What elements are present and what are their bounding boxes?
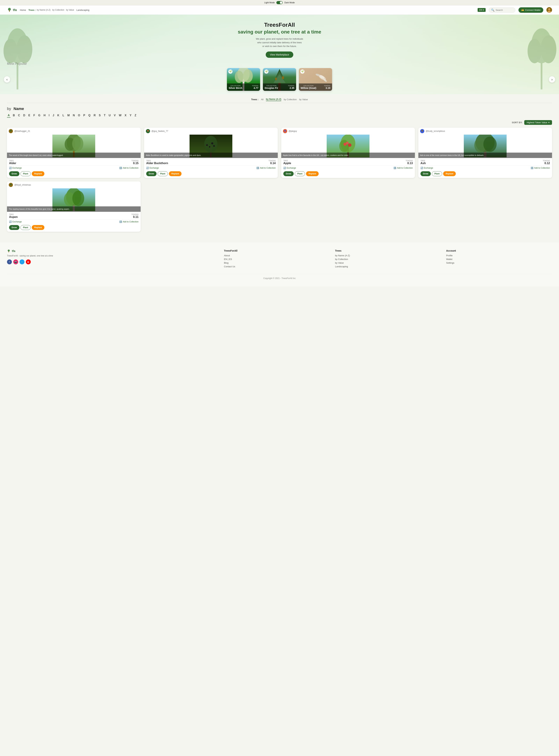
nav-landscaping[interactable]: Landscaping [76,9,89,11]
alpha-r[interactable]: R [93,114,96,118]
add-collection-action[interactable]: ℹ️ Add to Collection [394,167,413,169]
footer-by-name[interactable]: by Name (A-Z) [335,254,441,257]
footer-by-collection[interactable]: by Collection [335,258,441,260]
plant-button[interactable]: Plant [295,171,305,176]
exchange-action[interactable]: 🔄 Exchange [146,167,159,169]
replant-button[interactable]: Replant [169,171,181,176]
alpha-b[interactable]: B [12,114,16,118]
carousel-card-info: COLLECTION Silver Birch TOKENS 4.77 [227,84,260,91]
add-collection-action[interactable]: ℹ️ Add to Collection [119,167,138,169]
grow-button[interactable]: Grow [9,171,19,176]
replant-button[interactable]: Replant [306,171,319,176]
plant-button[interactable]: Plant [20,171,31,176]
alpha-l[interactable]: L [62,114,65,118]
alpha-w[interactable]: W [118,114,122,118]
user-avatar[interactable] [546,7,552,13]
facebook-icon[interactable]: f [7,259,12,264]
logo[interactable]: tfa [7,7,17,13]
alpha-a[interactable]: A [7,114,10,118]
instagram-icon[interactable]: 📷 [13,259,18,264]
filter-by-collection[interactable]: by Collection [284,98,297,101]
replant-button[interactable]: Replant [32,171,44,176]
plant-button[interactable]: Plant [158,171,168,176]
nav-home[interactable]: Home [20,9,26,11]
add-collection-action[interactable]: ℹ️ Add to Collection [256,167,276,169]
alpha-y[interactable]: Y [129,114,132,118]
alpha-o[interactable]: O [77,114,81,118]
replant-button[interactable]: Replant [443,171,456,176]
youtube-icon[interactable]: ▶ [26,259,31,264]
alpha-i[interactable]: I [48,114,50,118]
footer-settings[interactable]: Settings [446,262,552,264]
alpha-k[interactable]: K [57,114,60,118]
alpha-q[interactable]: Q [88,114,91,118]
alpha-t[interactable]: T [103,114,106,118]
grow-button[interactable]: Grow [283,171,294,176]
card-meta: TREE Ash TOKENS 0.12 [421,160,550,165]
alpha-c[interactable]: C [17,114,21,118]
search-input[interactable] [496,9,513,11]
alpha-u[interactable]: U [108,114,111,118]
alpha-p[interactable]: P [83,114,86,118]
alpha-n[interactable]: N [72,114,76,118]
alpha-z[interactable]: Z [134,114,137,118]
footer-blog[interactable]: Blog [224,262,330,264]
filter-by-value[interactable]: by Value [299,98,308,101]
carousel-card-silver-birch[interactable]: 🌱 COLLECTION Silver Birch TOKENS 4.77 [227,68,260,91]
replant-button[interactable]: Replant [32,225,44,230]
svg-point-39 [147,130,149,132]
sort-select[interactable]: Highest Token Value ▾ [524,120,552,125]
exchange-action[interactable]: 🔄 Exchange [421,167,433,169]
add-collection-action[interactable]: ℹ️ Add to Collection [119,220,138,223]
footer-logo: tfa [7,249,219,253]
trees-dropdown: Trees : by Name (A-Z) by Collection by V… [28,9,74,11]
language-button[interactable]: EN ▾ [477,8,486,12]
exchange-icon: 🔄 [146,167,149,169]
view-marketplace-button[interactable]: View Marketplace [266,51,293,58]
exchange-action[interactable]: 🔄 Exchange [9,167,22,169]
alpha-d[interactable]: D [23,114,26,118]
nav-by-name[interactable]: by Name (A-Z) [37,9,51,11]
exchange-action[interactable]: 🔄 Exchange [9,220,22,223]
filter-by-name[interactable]: by Name (A-Z) [266,98,281,101]
nav-by-collection[interactable]: by Collection [52,9,64,11]
grow-button[interactable]: Grow [146,171,157,176]
alpha-s[interactable]: S [98,114,101,118]
twitter-icon[interactable]: 🐦 [20,259,24,264]
footer-landscaping[interactable]: Landscaping [335,265,441,268]
alpha-e[interactable]: E [28,114,31,118]
footer-about[interactable]: About [224,254,330,257]
grow-button[interactable]: Grow [421,171,431,176]
footer-trees-heading: Trees [335,249,441,252]
add-icon: ℹ️ [531,167,533,169]
alpha-x[interactable]: X [124,114,127,118]
connect-wallet-button[interactable]: 💳 Connect Wallet [518,7,543,13]
carousel-card-willow[interactable]: 🌱 COLLECTION Willow (Goat) TOKENS 3.19 [299,68,332,91]
svg-point-48 [284,130,286,132]
carousel-next-button[interactable]: › [549,76,555,82]
grow-button[interactable]: Grow [9,225,19,230]
footer-profile[interactable]: Profile [446,254,552,257]
footer-wallet[interactable]: Wallet [446,258,552,260]
filter-all[interactable]: All [261,98,264,101]
alpha-j[interactable]: J [52,114,55,118]
tree-name: Apple [283,162,291,165]
plant-button[interactable]: Plant [20,225,31,230]
carousel-prev-button[interactable]: ‹ [4,76,10,82]
footer-contact[interactable]: Contact Us [224,265,330,268]
alpha-f[interactable]: F [33,114,36,118]
nav-by-value[interactable]: by Value [66,9,74,11]
carousel-card-douglas-fir[interactable]: 🌱 COLLECTION Douglas Fir TOKENS 2.35 [263,68,296,91]
footer-lang[interactable]: EN | ES [224,258,330,260]
alpha-m[interactable]: M [67,114,70,118]
alpha-h[interactable]: H [43,114,46,118]
alpha-g[interactable]: G [38,114,41,118]
dark-mode-toggle[interactable] [276,1,283,4]
footer-by-value[interactable]: by Value [335,262,441,264]
exchange-action[interactable]: 🔄 Exchange [283,167,296,169]
card-meta: TREE Alder TOKENS 0.15 [9,160,138,165]
add-collection-action[interactable]: ℹ️ Add to Collection [531,167,550,169]
plant-button[interactable]: Plant [432,171,442,176]
svg-point-32 [10,130,12,132]
alpha-v[interactable]: V [113,114,116,118]
